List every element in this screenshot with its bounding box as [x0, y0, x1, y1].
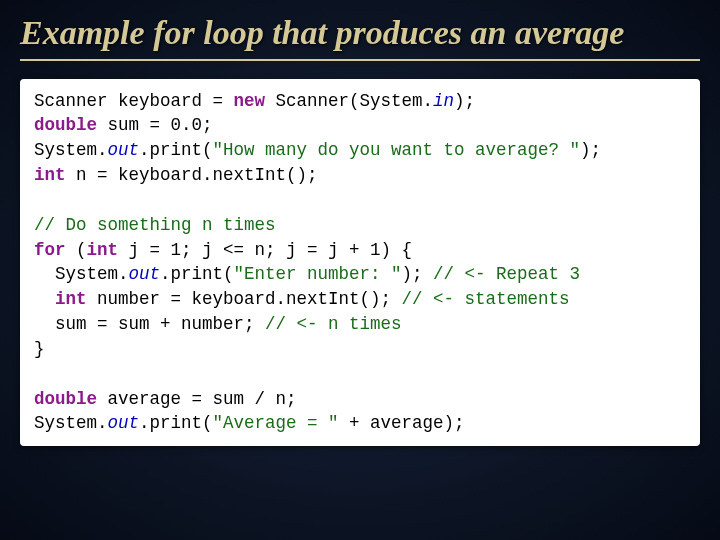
- code-line-5: // Do something n times: [34, 215, 276, 235]
- code-line-6: for (int j = 1; j <= n; j = j + 1) {: [34, 240, 412, 260]
- code-line-11: double average = sum / n;: [34, 389, 297, 409]
- code-line-4: int n = keyboard.nextInt();: [34, 165, 318, 185]
- code-line-7: System.out.print("Enter number: "); // <…: [34, 264, 580, 284]
- code-line-10: }: [34, 339, 45, 359]
- code-line-3: System.out.print("How many do you want t…: [34, 140, 601, 160]
- slide-title: Example for loop that produces an averag…: [20, 12, 700, 61]
- code-block: Scanner keyboard = new Scanner(System.in…: [20, 79, 700, 447]
- code-line-12: System.out.print("Average = " + average)…: [34, 413, 465, 433]
- code-line-2: double sum = 0.0;: [34, 115, 213, 135]
- code-line-8: int number = keyboard.nextInt(); // <- s…: [34, 289, 570, 309]
- slide: Example for loop that produces an averag…: [0, 0, 720, 540]
- code-line-1: Scanner keyboard = new Scanner(System.in…: [34, 91, 475, 111]
- code-line-9: sum = sum + number; // <- n times: [34, 314, 402, 334]
